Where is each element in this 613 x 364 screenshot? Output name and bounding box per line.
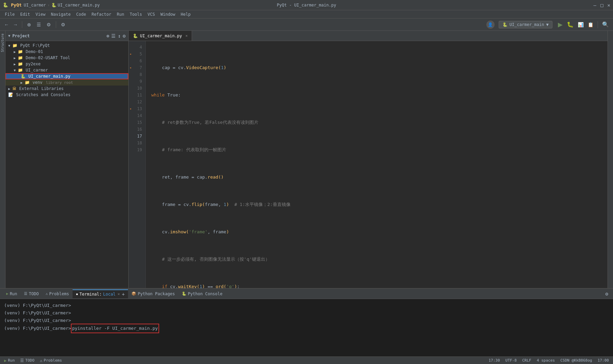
coverage-button[interactable]: 📋 [586, 22, 595, 27]
expand-all-btn[interactable]: ↕ [118, 33, 120, 39]
line-num-5: ◂5 [129, 51, 142, 57]
status-problems-label: Problems [44, 358, 62, 363]
search-everywhere-btn[interactable]: 🔍 [601, 21, 610, 28]
menu-item-run[interactable]: Run [115, 11, 126, 17]
line-num-11: 11 [129, 92, 142, 99]
locate-file-btn[interactable]: ⊕ [106, 33, 109, 39]
tree-item-py2exe[interactable]: ▶ 📁 py2exe [5, 61, 128, 67]
arrow-icon: ▼ [8, 44, 10, 48]
bottom-tabs: ▶ Run ☰ TODO ⚠ Problems ▪ Terminal: Loca… [0, 289, 613, 299]
line-num-14: 14 [129, 112, 142, 119]
tree-label: Scratches and Consoles [16, 92, 71, 97]
toolbar-forward-btn[interactable]: → [12, 21, 19, 28]
toolbar-settings-btn[interactable]: ⚙ [59, 21, 67, 28]
tree-label: External Libraries [19, 86, 64, 91]
tree-label: venv [33, 80, 42, 85]
menu-item-navigate[interactable]: Navigate [49, 11, 73, 17]
bottom-tab-python-console[interactable]: 🐍 Python Console [178, 290, 226, 298]
line-num-13: ◂13 [129, 105, 142, 112]
menu-item-help[interactable]: Help [179, 11, 193, 17]
toolbar-structure-btn[interactable]: ⊕ [25, 21, 33, 28]
user-avatar[interactable]: 👤 [486, 21, 495, 29]
debug-button[interactable]: 🐛 [565, 21, 575, 28]
status-todo-label: TODO [25, 358, 35, 363]
project-title: Project [12, 34, 30, 38]
folder-icon: 📁 [12, 43, 17, 48]
menu-item-refactor[interactable]: Refactor [89, 11, 113, 17]
bottom-tab-terminal[interactable]: ▪ Terminal: Local ✕ + [73, 289, 128, 298]
tree-item-demo01[interactable]: ▶ 📁 Demo-01 [5, 49, 128, 55]
status-problems-icon: ⚠ [40, 358, 42, 363]
breadcrumb-item1[interactable]: UI_carmer [24, 3, 46, 8]
tab-close-icon[interactable]: ✕ [186, 34, 188, 38]
tree-item-ext-libs[interactable]: ▶ 🏛 External Libraries [5, 86, 128, 92]
editor-tabs: 🐍 UI_carmer_main.py ✕ [129, 31, 608, 41]
toolbar-collapse-btn[interactable]: ☰ [35, 21, 43, 28]
editor-tab-main[interactable]: 🐍 UI_carmer_main.py ✕ [129, 31, 192, 41]
maximize-btn[interactable]: □ [600, 2, 603, 8]
folder-icon: 📁 [18, 62, 23, 66]
arrow-icon: ▼ [14, 68, 16, 72]
run-button[interactable]: ▶ [557, 21, 564, 28]
tree-item-pyqt[interactable]: ▼ 📁 PyQt F:\PyQt [5, 42, 128, 49]
menu-item-vcs[interactable]: VCS [145, 11, 157, 17]
bottom-tab-python-packages[interactable]: 📦 Python Packages [128, 290, 178, 298]
app-logo: 🐍 [3, 2, 8, 8]
menu-item-window[interactable]: Window [158, 11, 177, 17]
run-config-dropdown[interactable]: 🐍 UI_carmer_main ▼ [499, 21, 552, 28]
app-name: PyQt [11, 2, 22, 8]
code-line-5: while True: [151, 92, 608, 99]
breadcrumb: UI_carmer › 🐍 UI_carmer_main.py [24, 3, 100, 8]
status-branch: CSDN @KkB868og [560, 358, 592, 363]
menu-item-view[interactable]: View [34, 11, 48, 17]
terminal-content[interactable]: (venv) F:\PyQt\UI_carmer> (venv) F:\PyQt… [0, 299, 613, 356]
tree-item-ui-carmer[interactable]: ▼ 📁 UI_carmer [5, 67, 128, 73]
minimize-btn[interactable]: — [593, 2, 596, 8]
bottom-tab-todo[interactable]: ☰ TODO [21, 290, 42, 298]
status-todo[interactable]: ☰ TODO [20, 358, 35, 363]
close-btn[interactable]: ✕ [608, 2, 610, 8]
menu-item-file[interactable]: File [3, 11, 17, 17]
bottom-tab-run[interactable]: ▶ Run [3, 290, 21, 298]
arrow-icon: ▶ [14, 56, 16, 60]
ext-libs-icon: 🏛 [12, 86, 16, 91]
toolbar-back-btn[interactable]: ← [3, 21, 10, 28]
profile-button[interactable]: 📊 [576, 22, 585, 27]
tree-item-demo02[interactable]: ▶ 📁 Demo-02-USART Tool [5, 55, 128, 61]
line-num-6: 6 [129, 57, 142, 64]
scratches-icon: 📝 [8, 92, 13, 97]
problems-tab-icon: ⚠ [46, 291, 48, 296]
run-config-label: UI_carmer_main [510, 22, 544, 27]
tree-item-scratches[interactable]: 📝 Scratches and Consoles [5, 92, 128, 98]
tree-label: py2exe [26, 62, 40, 66]
terminal-tab-icon: ▪ [76, 292, 78, 296]
lib-root-label: library root [46, 80, 73, 85]
terminal-line-4: (venv) F:\PyQt\UI_carmer>pyinstaller -F … [4, 324, 609, 333]
status-run[interactable]: ▶ Run [4, 358, 15, 363]
bottom-tab-problems[interactable]: ⚠ Problems [42, 290, 72, 298]
terminal-settings-btn[interactable]: ⚙ [603, 291, 610, 297]
terminal-add-icon[interactable]: + [122, 291, 125, 297]
collapse-all-btn[interactable]: ☰ [111, 33, 116, 39]
run-tab-label: Run [10, 291, 17, 296]
tree-item-main-py[interactable]: 🐍 UI_carmer_main.py [5, 73, 128, 79]
project-settings-btn[interactable]: ⚙ [123, 33, 126, 39]
tree-label: UI_carmer [26, 68, 48, 73]
terminal-line-1: (venv) F:\PyQt\UI_carmer> [4, 302, 609, 309]
menu-item-tools[interactable]: Tools [128, 11, 144, 17]
problems-tab-label: Problems [49, 291, 69, 296]
menu-item-edit[interactable]: Edit [18, 11, 32, 17]
menu-item-code[interactable]: Code [74, 11, 88, 17]
structure-tab[interactable]: Structure [0, 31, 5, 55]
project-arrow-icon: ▼ [8, 34, 10, 38]
status-problems[interactable]: ⚠ Problems [40, 358, 62, 363]
toolbar-expand-btn[interactable]: ⚙ [44, 21, 53, 28]
breadcrumb-item2[interactable]: 🐍 UI_carmer_main.py [51, 3, 100, 8]
terminal-close-icon[interactable]: ✕ [117, 292, 120, 296]
status-run-label: Run [8, 358, 15, 363]
status-todo-icon: ☰ [20, 358, 24, 363]
title-bar: 🐍 PyQt UI_carmer › 🐍 UI_carmer_main.py P… [0, 0, 613, 10]
status-indent: 4 spaces [537, 358, 555, 363]
tree-item-venv[interactable]: ▶ 📁 venv library root [5, 79, 128, 86]
arrow-icon: ▶ [21, 81, 23, 84]
